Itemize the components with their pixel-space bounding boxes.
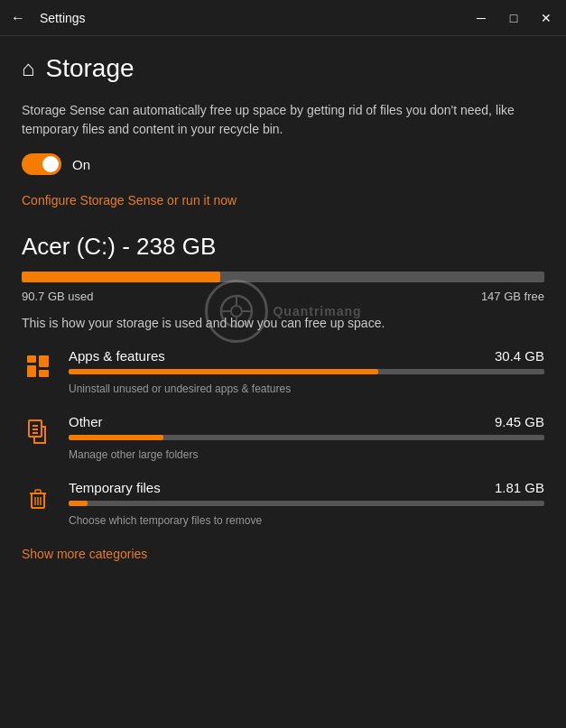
category-temp-bar-fill	[69, 501, 88, 506]
window-controls: ─ □ ✕	[472, 11, 555, 25]
category-other-bar-fill	[69, 435, 163, 440]
page-header: ⌂ Storage	[22, 54, 544, 83]
toggle-label: On	[72, 157, 90, 172]
free-label: 147 GB free	[481, 290, 544, 303]
category-temp-content: Temporary files 1.81 GB Choose which tem…	[69, 480, 544, 528]
category-apps-header: Apps & features 30.4 GB	[69, 348, 544, 364]
svg-rect-6	[27, 355, 36, 363]
svg-point-1	[230, 306, 241, 317]
configure-link[interactable]: Configure Storage Sense or run it now	[22, 193, 544, 207]
watermark-circle	[204, 280, 267, 343]
category-other-name: Other	[69, 414, 103, 429]
content-area: ⌂ Storage Storage Sense can automaticall…	[0, 36, 566, 580]
svg-rect-7	[27, 365, 36, 377]
category-apps-name: Apps & features	[69, 348, 165, 364]
category-apps-size: 30.4 GB	[495, 348, 544, 364]
drive-title: Acer (C:) - 238 GB	[22, 233, 544, 261]
watermark: Quantrimang	[204, 280, 361, 343]
page-title: Storage	[46, 54, 135, 83]
back-button[interactable]: ←	[11, 10, 25, 26]
storage-sense-toggle-row: On	[22, 153, 544, 175]
category-apps-bar-fill	[69, 369, 378, 374]
category-other[interactable]: Other 9.45 GB Manage other large folders	[22, 414, 544, 462]
category-other-content: Other 9.45 GB Manage other large folders	[69, 414, 544, 462]
storage-sense-description: Storage Sense can automatically free up …	[22, 101, 544, 139]
temp-icon	[22, 482, 54, 514]
category-apps-bar	[69, 369, 544, 374]
category-temp-bar	[69, 501, 544, 506]
storage-icon: ⌂	[22, 56, 35, 81]
svg-rect-17	[35, 490, 41, 493]
category-temp-name: Temporary files	[69, 480, 161, 495]
category-other-size: 9.45 GB	[495, 414, 544, 429]
category-temp[interactable]: Temporary files 1.81 GB Choose which tem…	[22, 480, 544, 528]
storage-sense-toggle[interactable]	[22, 153, 61, 175]
apps-icon	[22, 350, 54, 382]
category-apps-content: Apps & features 30.4 GB Uninstall unused…	[69, 348, 544, 396]
svg-rect-9	[39, 370, 49, 377]
svg-rect-8	[39, 355, 49, 367]
show-more-link[interactable]: Show more categories	[22, 547, 147, 561]
category-temp-size: 1.81 GB	[495, 480, 544, 495]
used-label: 90.7 GB used	[22, 290, 94, 303]
watermark-text: Quantrimang	[273, 304, 361, 318]
category-temp-desc: Choose which temporary files to remove	[69, 514, 262, 527]
storage-bar-fill	[22, 272, 220, 282]
category-other-desc: Manage other large folders	[69, 448, 198, 461]
category-apps-desc: Uninstall unused or undesired apps & fea…	[69, 382, 291, 395]
category-temp-header: Temporary files 1.81 GB	[69, 480, 544, 495]
minimize-button[interactable]: ─	[472, 11, 490, 25]
title-bar: ← Settings ─ □ ✕	[0, 0, 566, 36]
categories-list: Apps & features 30.4 GB Uninstall unused…	[22, 348, 544, 528]
category-other-header: Other 9.45 GB	[69, 414, 544, 429]
maximize-button[interactable]: □	[505, 11, 523, 25]
category-apps[interactable]: Apps & features 30.4 GB Uninstall unused…	[22, 348, 544, 396]
category-other-bar	[69, 435, 544, 440]
close-button[interactable]: ✕	[537, 11, 555, 25]
other-icon	[22, 416, 54, 448]
app-title: Settings	[40, 11, 472, 25]
